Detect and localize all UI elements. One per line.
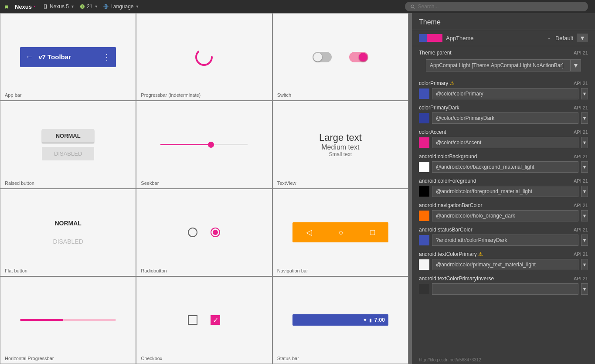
prop-dropdown-7[interactable]: ▼ — [581, 259, 588, 270]
cell-navigation-bar: ◁ ○ □ Navigation bar — [272, 189, 408, 276]
prop-dropdown-1[interactable]: ▼ — [581, 112, 588, 124]
cell-label-checkbox: Checkbox — [141, 356, 162, 361]
status-bar-preview: ▼ ▮ 7:00 — [292, 314, 388, 326]
radio-container — [188, 228, 220, 237]
color-swatch-5[interactable] — [419, 211, 429, 221]
seekbar-container[interactable] — [160, 140, 248, 149]
nav-recents-btn[interactable]: □ — [366, 226, 379, 239]
prop-input-5[interactable] — [432, 210, 578, 221]
prop-header-4: android:colorForeground API 21 — [419, 178, 588, 184]
appbar-widget: ← v7 Toolbar ⋮ — [20, 47, 116, 67]
prop-dropdown-0[interactable]: ▼ — [581, 88, 588, 99]
theme-parent-row: Theme parent API 21 ▼ — [412, 46, 595, 77]
theme-sq-pink1 — [427, 34, 435, 42]
theme-parent-dropdown-btn[interactable]: ▼ — [571, 59, 581, 71]
prop-dropdown-2[interactable]: ▼ — [581, 137, 588, 148]
prop-input-6[interactable] — [432, 235, 578, 246]
cell-raised-button: NORMAL DISABLED Raised button — [0, 101, 136, 188]
prop-name-5: android:navigationBarColor — [419, 202, 482, 208]
api-caret: ▼ — [94, 4, 98, 9]
switch-on[interactable] — [349, 52, 368, 62]
property-row-7: android:textColorPrimary ⚠ API 21 ▼ — [412, 248, 595, 272]
prop-header-8: android:textColorPrimaryInverse API 21 — [419, 276, 588, 282]
theme-parent-dropdown: ▼ — [419, 58, 588, 75]
color-swatch-2[interactable] — [419, 137, 429, 148]
cell-label-textview: TextView — [277, 180, 296, 186]
theme-parent-header: Theme parent API 21 — [419, 50, 588, 56]
svg-point-1 — [45, 8, 45, 8]
raised-btn-normal[interactable]: NORMAL — [42, 129, 94, 143]
prop-dropdown-8[interactable]: ▼ — [581, 283, 588, 295]
prop-value-row-4: ▼ — [419, 186, 588, 197]
checkbox-unchecked[interactable] — [188, 315, 197, 325]
appbar-more-icon[interactable]: ⋮ — [103, 52, 111, 62]
nav-back-btn[interactable]: ◁ — [302, 226, 316, 239]
switch-container — [313, 52, 368, 62]
theme-sq-pink2 — [435, 34, 442, 42]
prop-dropdown-5[interactable]: ▼ — [581, 210, 588, 221]
prop-api-5: API 21 — [574, 203, 588, 208]
theme-name: AppTheme — [446, 35, 543, 41]
color-swatch-1[interactable] — [419, 113, 429, 123]
theme-dropdown-btn[interactable]: ▼ — [577, 34, 588, 42]
prop-name-2: colorAccent — [419, 129, 446, 135]
switch-off[interactable] — [313, 52, 332, 62]
flat-btn-normal[interactable]: NORMAL — [40, 216, 96, 230]
property-row-3: android:colorBackground API 21 ▼ — [412, 150, 595, 174]
panel-divider[interactable] — [408, 13, 412, 364]
theme-parent-input[interactable] — [426, 59, 571, 71]
appbar-back-icon[interactable]: ← — [25, 52, 33, 61]
property-row-5: android:navigationBarColor API 21 ▼ — [412, 199, 595, 223]
battery-icon: ▮ — [369, 317, 372, 323]
color-swatch-7[interactable] — [419, 259, 429, 270]
nav-home-btn[interactable]: ○ — [334, 226, 348, 239]
search-bar[interactable] — [405, 2, 588, 11]
theme-dash: - — [548, 35, 550, 41]
search-input[interactable] — [418, 3, 583, 10]
checkbox-container: ✓ — [188, 315, 220, 325]
cell-status-bar: ▼ ▮ 7:00 Status bar — [272, 276, 408, 364]
prop-input-8[interactable] — [432, 283, 578, 295]
cell-label-status-bar: Status bar — [277, 356, 299, 361]
prop-name-0: colorPrimary ⚠ — [419, 80, 455, 86]
cell-label-progressbar: Progressbar (indeterminate) — [141, 92, 201, 98]
checkbox-checked[interactable]: ✓ — [211, 315, 220, 325]
flat-btn-disabled: DISABLED — [40, 235, 96, 248]
prop-dropdown-4[interactable]: ▼ — [581, 186, 588, 197]
color-swatch-3[interactable] — [419, 162, 429, 172]
prop-dropdown-3[interactable]: ▼ — [581, 161, 588, 173]
prop-input-1[interactable] — [432, 112, 578, 124]
prop-dropdown-6[interactable]: ▼ — [581, 235, 588, 246]
url-bar: http://blog.csdn.net/a568473312 — [412, 356, 595, 364]
property-row-6: android:statusBarColor API 21 ▼ — [412, 223, 595, 248]
language-selector[interactable]: Language ▼ — [103, 3, 139, 10]
color-swatch-8[interactable] — [419, 284, 429, 294]
prop-input-2[interactable] — [432, 137, 578, 148]
radio-unchecked[interactable] — [188, 228, 197, 237]
cell-horizontal-progressbar: Horizontal Progressbar — [0, 276, 136, 364]
text-large: Large text — [319, 132, 362, 143]
prop-api-0: API 21 — [574, 81, 588, 86]
device-selector[interactable]: Nexus 5 ▼ — [43, 3, 75, 10]
textview-content: Large text Medium text Small text — [319, 132, 362, 157]
prop-input-3[interactable] — [432, 161, 578, 173]
prop-api-8: API 21 — [574, 276, 588, 281]
status-bar-icons: ▼ ▮ — [363, 317, 372, 323]
status-time: 7:00 — [374, 317, 385, 323]
topbar: Nexus · Nexus 5 ▼ 21 ▼ Language ▼ — [0, 0, 595, 13]
raised-btn-disabled: DISABLED — [42, 147, 94, 160]
prop-input-4[interactable] — [432, 186, 578, 197]
prop-input-7[interactable] — [432, 259, 578, 270]
svg-line-4 — [414, 7, 415, 9]
color-swatch-0[interactable] — [419, 88, 429, 99]
prop-value-row-3: ▼ — [419, 161, 588, 173]
api-selector[interactable]: 21 ▼ — [80, 3, 98, 10]
cell-seekbar: Seekbar — [136, 101, 272, 188]
color-swatch-4[interactable] — [419, 186, 429, 197]
radio-checked[interactable] — [211, 228, 220, 237]
seekbar-thumb[interactable] — [208, 142, 214, 148]
panel-header: Theme — [412, 13, 595, 30]
prop-input-0[interactable] — [432, 88, 578, 99]
property-row-0: colorPrimary ⚠ API 21 ▼ — [412, 77, 595, 101]
color-swatch-6[interactable] — [419, 235, 429, 245]
